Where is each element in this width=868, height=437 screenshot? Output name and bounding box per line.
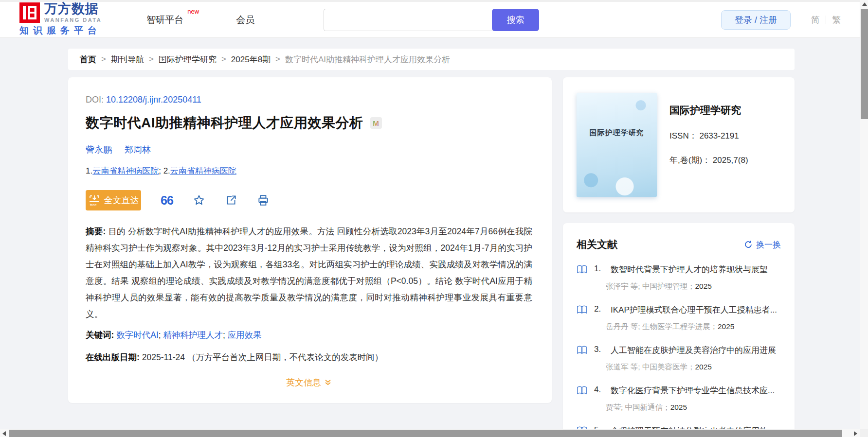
- breadcrumb-journal[interactable]: 国际护理学研究: [159, 54, 217, 65]
- article-title: 数字时代AI助推精神科护理人才应用效果分析: [86, 114, 363, 132]
- breadcrumb-separator: >: [101, 54, 106, 64]
- search-input[interactable]: [324, 9, 494, 31]
- share-icon[interactable]: [225, 194, 237, 207]
- breadcrumb-home[interactable]: 首页: [80, 54, 96, 65]
- keyword-link[interactable]: 数字时代AI: [116, 330, 159, 340]
- keywords-label: 关键词:: [86, 330, 114, 340]
- login-register-button[interactable]: 登录 / 注册: [721, 10, 791, 30]
- free-download-icon: free: [88, 194, 101, 207]
- article-actions: free 全文直达 66: [86, 190, 532, 210]
- breadcrumb-separator: >: [221, 54, 226, 64]
- scroll-up-arrow[interactable]: [862, 2, 867, 6]
- cite-icon[interactable]: 66: [161, 194, 173, 207]
- related-item-link[interactable]: 4. 数字化医疗背景下护理专业学生信息技术应...: [577, 385, 781, 396]
- related-item: 1. 数智时代背景下护理人才的培养现状与展望 张泽宇 等; 中国护理管理；202…: [577, 264, 781, 292]
- authors-row: 訾永鹏 郑周林: [86, 144, 532, 156]
- related-item-link[interactable]: 2. IKAP护理模式联合心理干预在人工授精患者...: [577, 304, 781, 315]
- abstract: 摘要: 目的 分析数字时代AI助推精神科护理人才的应用效果。方法 回顾性分析选取…: [86, 223, 532, 322]
- publication-date-row: 在线出版日期: 2025-11-24 （万方平台首次上网日期，不代表论文的发表时…: [86, 351, 532, 363]
- doi-link[interactable]: 10.12208/j.ijnr.20250411: [106, 95, 201, 105]
- book-icon: [577, 305, 587, 315]
- affiliation-num: 2.: [163, 166, 170, 175]
- related-item: 2. IKAP护理模式联合心理干预在人工授精患者... 岳丹丹 等; 生物医学工…: [577, 304, 781, 332]
- affiliation-link[interactable]: 云南省精神病医院: [170, 166, 236, 175]
- nav-item-member[interactable]: 会员: [236, 14, 254, 26]
- abstract-label: 摘要:: [86, 227, 106, 236]
- related-item: 4. 数字化医疗背景下护理专业学生信息技术应... 贾莹; 中国新通信；2025: [577, 385, 781, 413]
- main-nav: 智研平台 new 会员: [146, 14, 254, 26]
- scrollbar-corner: [860, 429, 868, 437]
- horizontal-scrollbar[interactable]: [0, 429, 860, 437]
- breadcrumb-journal-nav[interactable]: 期刊导航: [111, 54, 144, 65]
- search-button[interactable]: 搜索: [492, 9, 539, 31]
- journal-volume: 年,卷(期)： 2025,7(8): [669, 155, 748, 166]
- author-link[interactable]: 訾永鹏: [86, 144, 112, 156]
- doi-label: DOI:: [86, 95, 104, 105]
- pubdate-label: 在线出版日期:: [86, 352, 140, 362]
- keyword-link[interactable]: 精神科护理人才: [163, 330, 223, 340]
- author-link[interactable]: 郑周林: [125, 144, 151, 156]
- lang-divider: [826, 16, 826, 24]
- lang-traditional[interactable]: 繁: [832, 14, 841, 26]
- scroll-left-arrow[interactable]: [2, 431, 6, 436]
- keyword-link[interactable]: 应用效果: [228, 330, 262, 340]
- refresh-related-button[interactable]: 换一换: [744, 239, 781, 250]
- journal-name[interactable]: 国际护理学研究: [669, 104, 748, 117]
- related-item-meta: 张道军 等; 中国美容医学；2025: [606, 362, 781, 372]
- nav-item-zhiyan-platform[interactable]: 智研平台 new: [146, 14, 183, 26]
- related-item-meta: 张泽宇 等; 中国护理管理；2025: [606, 281, 781, 292]
- related-literature-card: 相关文献 换一换 1. 数智时代背: [563, 223, 795, 437]
- wanfang-logo-icon: [19, 2, 40, 23]
- related-item-link[interactable]: 3. 人工智能在皮肤护理及美容治疗中的应用进展: [577, 345, 781, 356]
- doi-row: DOI: 10.12208/j.ijnr.20250411: [86, 95, 532, 105]
- vertical-scroll-thumb[interactable]: [861, 9, 868, 119]
- brand-tagline: 知识服务平台: [19, 24, 102, 37]
- vertical-scrollbar[interactable]: [860, 0, 868, 437]
- right-sidebar: 国际护理学研究 国际护理学研究 ISSN： 2633-2191 年,卷(期)： …: [563, 77, 795, 437]
- svg-text:free: free: [90, 203, 97, 207]
- breadcrumb: 首页 > 期刊导航 > 国际护理学研究 > 2025年8期 > 数字时代AI助推…: [68, 49, 795, 70]
- journal-card: 国际护理学研究 国际护理学研究 ISSN： 2633-2191 年,卷(期)： …: [563, 77, 795, 212]
- english-info-toggle[interactable]: 英文信息: [286, 377, 332, 388]
- breadcrumb-current: 数字时代AI助推精神科护理人才应用效果分析: [285, 54, 450, 65]
- affiliation-num: 1.: [86, 166, 92, 175]
- breadcrumb-issue[interactable]: 2025年8期: [231, 54, 271, 65]
- related-item-link[interactable]: 1. 数智时代背景下护理人才的培养现状与展望: [577, 264, 781, 275]
- keyword-separator: ;: [223, 330, 225, 340]
- new-badge: new: [187, 8, 199, 15]
- related-title: 相关文献: [577, 238, 617, 251]
- affiliations-row: 1.云南省精神病医院; 2.云南省精神病医院: [86, 165, 532, 176]
- print-icon[interactable]: [257, 194, 270, 207]
- book-icon: [577, 385, 587, 395]
- related-item-meta: 贾莹; 中国新通信；2025: [606, 402, 781, 413]
- search-bar: 搜索: [324, 9, 539, 31]
- refresh-icon: [744, 240, 753, 249]
- header-right: 登录 / 注册 简 繁: [721, 10, 841, 30]
- book-icon: [577, 345, 587, 355]
- related-item-meta: 岳丹丹 等; 生物医学工程学进展；2025: [606, 322, 781, 332]
- keyword-separator: ;: [159, 330, 161, 340]
- brand-name-cn: 万方数据: [44, 2, 102, 16]
- favorite-star-icon[interactable]: [193, 194, 205, 207]
- double-chevron-down-icon: [324, 379, 332, 386]
- fulltext-access-button[interactable]: free 全文直达: [86, 190, 141, 210]
- scroll-right-arrow[interactable]: [854, 431, 857, 436]
- wanfang-logo[interactable]: 万方数据 WANFANG DATA 知识服务平台: [19, 2, 102, 37]
- keywords-row: 关键词: 数字时代AI; 精神科护理人才; 应用效果: [86, 329, 532, 341]
- breadcrumb-separator: >: [149, 54, 154, 64]
- pubdate-note: （万方平台首次上网日期，不代表论文的发表时间）: [187, 352, 383, 362]
- book-icon: [577, 264, 587, 274]
- affiliation-link[interactable]: 云南省精神病医院: [92, 166, 159, 175]
- article-card: DOI: 10.12208/j.ijnr.20250411 数字时代AI助推精神…: [68, 77, 552, 403]
- brand-name-en: WANFANG DATA: [44, 17, 102, 23]
- language-switcher: 简 繁: [811, 14, 841, 26]
- horizontal-scroll-thumb[interactable]: [9, 430, 842, 437]
- related-item: 3. 人工智能在皮肤护理及美容治疗中的应用进展 张道军 等; 中国美容医学；20…: [577, 345, 781, 372]
- m-badge-icon[interactable]: M: [370, 117, 382, 129]
- journal-cover-title: 国际护理学研究: [577, 128, 657, 138]
- lang-simplified[interactable]: 简: [811, 14, 820, 26]
- journal-issn: ISSN： 2633-2191: [669, 130, 748, 141]
- journal-cover[interactable]: 国际护理学研究: [577, 93, 657, 197]
- breadcrumb-separator: >: [275, 54, 280, 64]
- header: 万方数据 WANFANG DATA 知识服务平台 智研平台 new 会员 搜索 …: [0, 2, 868, 38]
